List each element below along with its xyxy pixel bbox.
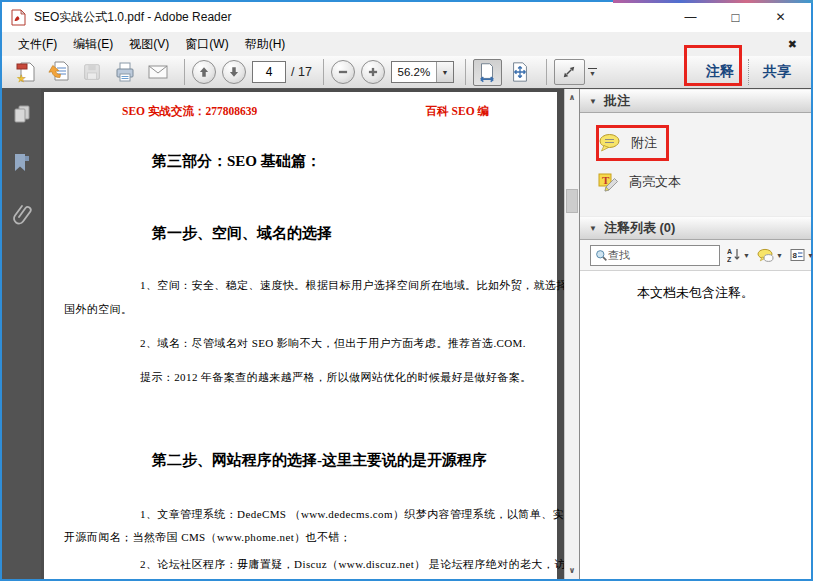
minus-icon [336,65,350,79]
sticky-note-tool[interactable]: 附注 [598,125,811,161]
document-header-left: SEO 实战交流：277808639 [64,104,257,119]
main-area: SEO 实战交流：277808639 百科 SEO 编 第三部分：SEO 基础篇… [2,89,811,579]
comment-panel-button[interactable]: 注释 [696,59,744,85]
share-panel-button[interactable]: 共享 [753,59,801,85]
zoom-dropdown-arrow-icon[interactable]: ▼ [436,62,453,82]
arrow-up-icon [197,65,211,79]
online-services-icon [47,60,71,84]
email-icon [146,60,170,84]
document-header-row: SEO 实战交流：277808639 百科 SEO 编 [64,104,545,119]
next-page-button[interactable] [222,60,246,84]
svg-text:★: ★ [17,73,26,84]
navigation-sidebar [2,89,41,579]
svg-text:8: 8 [792,251,797,260]
chevron-down-icon: ▼ [776,252,783,259]
document-header-right: 百科 SEO 编 [426,104,489,119]
toolbar-separator [465,59,466,85]
chevron-down-icon: ▼ [589,71,596,76]
more-tools-dropdown[interactable]: ▼ [588,68,597,76]
search-box[interactable] [590,245,720,266]
sort-az-icon: A Z [727,247,741,263]
titlebar: SEO实战公式1.0.pdf - Adobe Reader — □ ✕ [2,2,811,32]
options-list-icon: 8 [790,248,805,262]
desktop-wallpaper-edge [613,0,813,3]
vertical-scrollbar[interactable]: ∧ ∨ [564,89,579,579]
comments-search-row: A Z ▼ ▼ [580,240,811,271]
page-thumbnails-icon[interactable] [11,103,33,125]
fit-page-button[interactable] [506,59,535,86]
open-file-button[interactable]: ★ [12,59,40,86]
menu-help[interactable]: 帮助(H) [237,33,294,56]
paragraph-line: 1、空间：安全、稳定、速度快。根据目标用户选择空间所在地域。比如外贸，就选择 [64,278,545,293]
plus-icon [366,65,380,79]
minimize-button[interactable]: — [668,4,713,30]
menubar: 文件(F) 编辑(E) 视图(V) 窗口(W) 帮助(H) ✖ [2,32,811,56]
comments-list-label: 注释列表 (0) [604,219,676,237]
comments-list-header[interactable]: ▼ 注释列表 (0) [580,216,811,240]
page-total-label: / 17 [291,65,312,79]
sticky-note-label: 附注 [631,134,657,152]
page-number-input[interactable] [252,61,286,83]
window-title: SEO实战公式1.0.pdf - Adobe Reader [34,9,231,26]
comments-options-button[interactable]: 8 ▼ [790,248,813,262]
scrollbar-thumb[interactable] [566,189,578,213]
menubar-close-icon[interactable]: ✖ [782,38,803,51]
toolbar-dotted-separator [748,59,749,85]
paragraph-line: 1、文章管理系统：DedeCMS （www.dedecms.com）织梦内容管理… [64,507,545,522]
maximize-button[interactable]: □ [713,4,758,30]
expand-arrows-icon [560,63,578,81]
toolbar-separator [546,59,547,85]
chevron-bar [588,68,597,69]
step1-title: 第一步、空间、域名的选择 [64,224,545,243]
attachments-icon[interactable] [11,201,33,227]
menu-window[interactable]: 窗口(W) [177,33,236,56]
bookmarks-icon[interactable] [12,152,32,174]
scroll-up-icon[interactable]: ∧ [565,90,579,105]
paragraph-line: 2、域名：尽管域名对 SEO 影响不大，但出于用户方面考虑。推荐首选.COM. [64,336,545,351]
collapse-triangle-icon: ▼ [589,224,597,233]
zoom-in-button[interactable] [361,60,385,84]
fit-width-icon [476,61,498,83]
comment-filter-icon [757,248,774,263]
arrow-down-icon [227,65,241,79]
menu-file[interactable]: 文件(F) [10,33,65,56]
section-title: 第三部分：SEO 基础篇： [64,152,545,171]
close-button[interactable]: ✕ [758,4,803,30]
adobe-reader-window: SEO实战公式1.0.pdf - Adobe Reader — □ ✕ 文件(F… [0,0,813,581]
paragraph-line: 开源而闻名；当然帝国 CMS（www.phome.net）也不错； [64,530,545,545]
svg-text:A: A [727,248,732,255]
pdf-page: SEO 实战交流：277808639 百科 SEO 编 第三部分：SEO 基础篇… [44,92,557,579]
menu-edit[interactable]: 编辑(E) [65,33,121,56]
svg-text:Z: Z [727,256,732,263]
step2-title: 第二步、网站程序的选择-这里主要说的是开源程序 [64,451,545,470]
annotation-tools: 附注 T 高亮文本 [580,113,811,216]
fit-width-button[interactable] [473,59,502,86]
zoom-level-combo[interactable]: 56.2% ▼ [391,61,454,83]
chevron-down-icon: ▼ [743,252,750,259]
previous-page-button[interactable] [192,60,216,84]
filter-comments-button[interactable]: ▼ [757,248,783,263]
search-input[interactable] [608,249,715,261]
comment-panel: ▼ 批注 附注 [579,89,811,579]
annotations-section-header[interactable]: ▼ 批注 [580,89,811,113]
highlight-text-label: 高亮文本 [629,173,681,191]
zoom-out-button[interactable] [331,60,355,84]
reading-mode-button[interactable] [554,59,585,85]
print-button[interactable] [111,59,139,86]
online-services-button[interactable] [45,59,73,86]
email-button[interactable] [144,59,172,86]
open-file-icon: ★ [14,60,38,84]
highlight-text-tool[interactable]: T 高亮文本 [598,172,811,192]
search-icon [595,249,608,262]
save-button[interactable] [78,59,106,86]
paragraph-line: 2、论坛社区程序：毋庸置疑，Discuz（www.discuz.net） 是论坛… [64,557,545,572]
chevron-down-icon: ▼ [807,252,813,259]
fit-page-icon [509,61,531,83]
screen: SEO实战公式1.0.pdf - Adobe Reader — □ ✕ 文件(F… [0,0,813,581]
sort-comments-button[interactable]: A Z ▼ [727,247,750,263]
menu-view[interactable]: 视图(V) [121,33,177,56]
document-area[interactable]: SEO 实战交流：277808639 百科 SEO 编 第三部分：SEO 基础篇… [41,89,564,579]
comments-empty-message: 本文档未包含注释。 [580,271,811,579]
paragraph-line: 提示：2012 年备案查的越来越严格，所以做网站优化的时候最好是做好备案。 [64,370,545,385]
scroll-down-icon[interactable]: ∨ [565,563,579,578]
